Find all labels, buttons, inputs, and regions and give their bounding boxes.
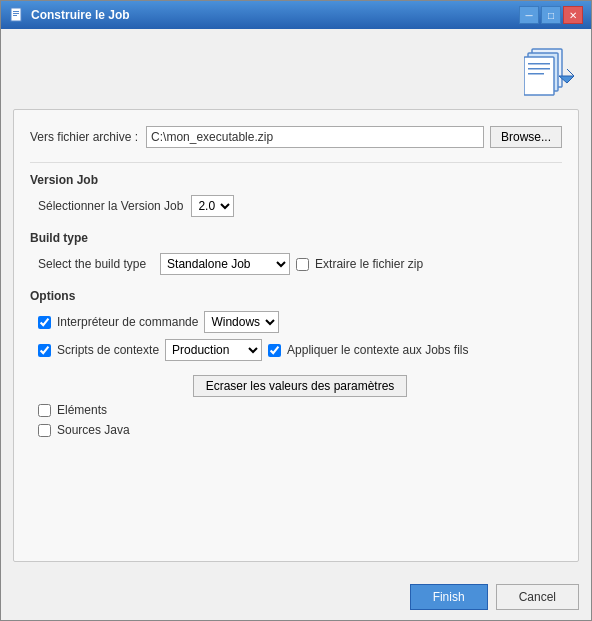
build-type-section-content: Select the build type Standalone Job OSG…	[30, 253, 562, 275]
minimize-button[interactable]: ─	[519, 6, 539, 24]
options-section-content: Interpréteur de commande Windows Linux M…	[30, 311, 562, 437]
svg-rect-6	[524, 57, 554, 95]
title-bar: Construire le Job ─ □ ✕	[1, 1, 591, 29]
interprete-row: Interpréteur de commande Windows Linux M…	[38, 311, 562, 333]
scripts-checkbox[interactable]	[38, 344, 51, 357]
extraire-label: Extraire le fichier zip	[315, 257, 423, 271]
build-type-select[interactable]: Standalone Job OSGi Bundle Microservice	[160, 253, 290, 275]
finish-button[interactable]: Finish	[410, 584, 488, 610]
appliquer-label: Appliquer le contexte aux Jobs fils	[287, 343, 468, 357]
sources-label: Sources Java	[57, 423, 130, 437]
archive-input[interactable]	[146, 126, 484, 148]
main-panel: Vers fichier archive : Browse... Version…	[13, 109, 579, 562]
elements-row: Eléments	[38, 403, 562, 417]
svg-rect-1	[13, 11, 19, 12]
archive-field-row: Vers fichier archive : Browse...	[30, 126, 562, 148]
svg-rect-0	[11, 8, 21, 21]
maximize-button[interactable]: □	[541, 6, 561, 24]
appliquer-checkbox[interactable]	[268, 344, 281, 357]
wizard-icon	[524, 41, 579, 96]
scripts-label: Scripts de contexte	[57, 343, 159, 357]
interprete-select[interactable]: Windows Linux Mac	[204, 311, 279, 333]
cancel-button[interactable]: Cancel	[496, 584, 579, 610]
main-window: Construire le Job ─ □ ✕	[0, 0, 592, 621]
version-field-row: Sélectionner la Version Job 2.0 1.0 1.5 …	[38, 195, 562, 217]
scripts-row: Scripts de contexte Production Developme…	[38, 339, 562, 361]
options-section-label: Options	[30, 289, 562, 303]
header-area	[13, 41, 579, 101]
scripts-select[interactable]: Production Development Staging	[165, 339, 262, 361]
elements-label: Eléments	[57, 403, 107, 417]
svg-rect-9	[528, 73, 544, 75]
version-select[interactable]: 2.0 1.0 1.5 2.5	[191, 195, 234, 217]
extraire-checkbox[interactable]	[296, 258, 309, 271]
build-type-section-label: Build type	[30, 231, 562, 245]
browse-button[interactable]: Browse...	[490, 126, 562, 148]
window-title: Construire le Job	[31, 8, 519, 22]
interprete-checkbox[interactable]	[38, 316, 51, 329]
svg-rect-3	[13, 15, 17, 16]
build-type-row: Select the build type Standalone Job OSG…	[38, 253, 562, 275]
close-button[interactable]: ✕	[563, 6, 583, 24]
footer: Finish Cancel	[1, 574, 591, 620]
window-icon	[9, 7, 25, 23]
svg-rect-7	[528, 63, 550, 65]
window-controls: ─ □ ✕	[519, 6, 583, 24]
version-section-content: Sélectionner la Version Job 2.0 1.0 1.5 …	[30, 195, 562, 217]
divider-1	[30, 162, 562, 163]
interprete-label: Interpréteur de commande	[57, 315, 198, 329]
window-content: Vers fichier archive : Browse... Version…	[1, 29, 591, 574]
ecraser-button[interactable]: Ecraser les valeurs des paramètres	[193, 375, 408, 397]
svg-rect-2	[13, 13, 19, 14]
ecraser-row: Ecraser les valeurs des paramètres	[38, 375, 562, 397]
archive-label: Vers fichier archive :	[30, 130, 138, 144]
options-grid: Interpréteur de commande Windows Linux M…	[38, 311, 562, 437]
version-select-label: Sélectionner la Version Job	[38, 199, 183, 213]
svg-rect-8	[528, 68, 550, 70]
elements-checkbox[interactable]	[38, 404, 51, 417]
sources-row: Sources Java	[38, 423, 562, 437]
sources-checkbox[interactable]	[38, 424, 51, 437]
build-type-label: Select the build type	[38, 257, 146, 271]
version-section-label: Version Job	[30, 173, 562, 187]
